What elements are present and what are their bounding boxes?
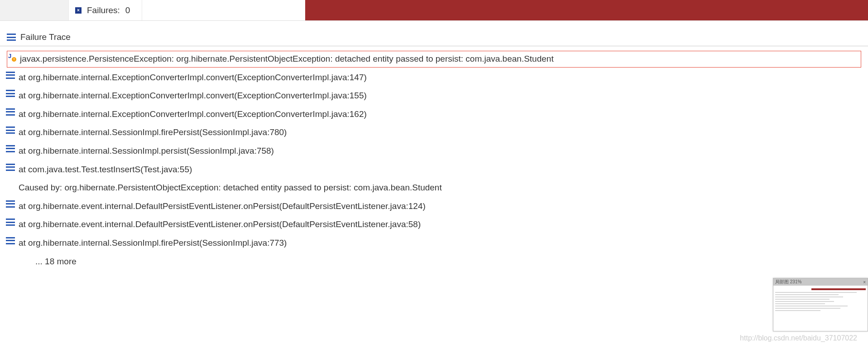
stacktrace-icon <box>7 34 16 41</box>
stacktrace-icon <box>7 237 14 244</box>
stacktrace-icon <box>7 164 14 171</box>
stacktrace-icon <box>7 72 14 79</box>
exception-warn-icon: J! <box>8 53 15 60</box>
stacktrace-icon <box>7 219 14 226</box>
trace-row[interactable]: at org.hibernate.internal.ExceptionConve… <box>0 87 868 105</box>
trace-text: at org.hibernate.internal.SessionImpl.pe… <box>19 145 274 157</box>
failures-label: Failures: <box>87 5 120 15</box>
top-bar: × Failures: 0 <box>0 0 868 21</box>
trace-text: at org.hibernate.internal.SessionImpl.fi… <box>19 126 287 139</box>
trace-text: at org.hibernate.internal.ExceptionConve… <box>19 90 367 102</box>
failures-tab[interactable]: × Failures: 0 <box>69 0 142 20</box>
trace-row[interactable]: at org.hibernate.event.internal.DefaultP… <box>0 215 868 234</box>
failure-trace-list: J!javax.persistence.PersistenceException… <box>0 46 868 274</box>
trace-row[interactable]: at org.hibernate.internal.ExceptionConve… <box>0 68 868 87</box>
trace-row[interactable]: J!javax.persistence.PersistenceException… <box>7 51 861 68</box>
stacktrace-icon <box>7 90 14 97</box>
stacktrace-icon <box>7 108 14 116</box>
trace-text: at org.hibernate.internal.SessionImpl.fi… <box>19 237 287 249</box>
trace-row[interactable]: at org.hibernate.internal.SessionImpl.fi… <box>0 123 868 142</box>
trace-text: Caused by: org.hibernate.PersistentObjec… <box>19 182 442 194</box>
failures-icon: × <box>75 7 82 14</box>
trace-row[interactable]: at org.hibernate.internal.SessionImpl.fi… <box>0 234 868 253</box>
trace-row[interactable]: ... 18 more <box>0 253 868 271</box>
progress-spacer <box>142 0 305 20</box>
failure-trace-header: Failure Trace <box>0 21 868 46</box>
trace-row[interactable]: at org.hibernate.internal.ExceptionConve… <box>0 105 868 124</box>
top-spacer <box>0 0 69 20</box>
failure-trace-title: Failure Trace <box>20 32 71 42</box>
trace-text: at com.java.test.Test.testInsertS(Test.j… <box>19 164 192 176</box>
trace-row[interactable]: Caused by: org.hibernate.PersistentObjec… <box>0 179 868 197</box>
failures-value: 0 <box>125 5 135 15</box>
trace-text: at org.hibernate.internal.ExceptionConve… <box>19 108 367 121</box>
trace-row[interactable]: at org.hibernate.internal.SessionImpl.pe… <box>0 142 868 160</box>
stacktrace-icon <box>7 126 14 134</box>
trace-text: ... 18 more <box>35 256 77 268</box>
progress-bar <box>305 0 868 20</box>
trace-row[interactable]: at org.hibernate.event.internal.DefaultP… <box>0 197 868 216</box>
trace-text: at org.hibernate.event.internal.DefaultP… <box>19 219 421 231</box>
stacktrace-icon <box>7 200 14 208</box>
trace-row[interactable]: at com.java.test.Test.testInsertS(Test.j… <box>0 160 868 179</box>
stacktrace-icon <box>7 145 14 152</box>
trace-text: at org.hibernate.internal.ExceptionConve… <box>19 72 367 84</box>
trace-text: javax.persistence.PersistenceException: … <box>20 53 554 65</box>
trace-text: at org.hibernate.event.internal.DefaultP… <box>19 200 426 213</box>
